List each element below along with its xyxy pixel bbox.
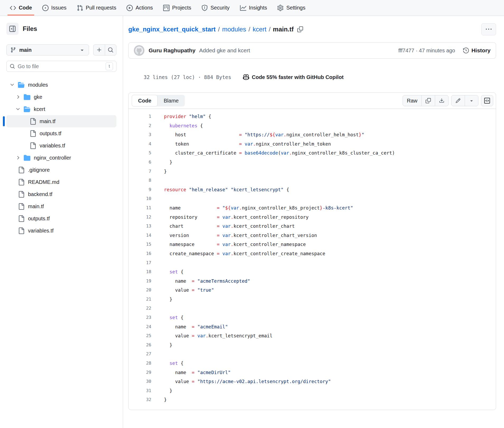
breadcrumb-dir-kcert[interactable]: kcert (253, 26, 266, 33)
line-number[interactable]: 23 (129, 313, 151, 322)
code-icon (10, 5, 16, 11)
tree-item-readme-md[interactable]: README.md (6, 176, 116, 188)
tree-item-variables-tf[interactable]: variables.tf (6, 225, 116, 237)
line-number[interactable]: 25 (129, 331, 151, 341)
code-line: 18 set { (129, 267, 496, 277)
nav-tab-pull-requests[interactable]: Pull requests (73, 0, 120, 16)
collapse-sidebar-button[interactable] (6, 23, 18, 35)
line-number[interactable]: 16 (129, 249, 151, 258)
nav-tab-actions[interactable]: Actions (123, 0, 157, 16)
line-number[interactable]: 9 (129, 185, 151, 194)
line-number[interactable]: 11 (129, 203, 151, 213)
line-number[interactable]: 31 (129, 386, 151, 396)
tree-item-variables-tf[interactable]: variables.tf (6, 139, 116, 152)
nav-tab-insights[interactable]: Insights (236, 0, 271, 16)
line-number[interactable]: 2 (129, 121, 151, 131)
line-number[interactable]: 21 (129, 295, 151, 304)
tree-item-main-tf[interactable]: main.tf (6, 115, 116, 127)
line-number[interactable]: 27 (129, 350, 151, 359)
tree-item-gke[interactable]: gke (6, 91, 116, 103)
line-number[interactable]: 8 (129, 176, 151, 185)
file-icon (18, 191, 25, 198)
more-options-button[interactable] (481, 23, 496, 35)
nav-tab-projects[interactable]: Projects (159, 0, 195, 16)
code-line-content: value = "https://acme-v02.api.letsencryp… (164, 377, 331, 386)
line-number[interactable]: 13 (129, 222, 151, 231)
branch-selector[interactable]: main (6, 44, 89, 55)
line-number[interactable]: 3 (129, 130, 151, 139)
line-number[interactable]: 12 (129, 213, 151, 222)
edit-file-button[interactable] (451, 95, 465, 106)
line-number[interactable]: 4 (129, 139, 151, 149)
line-number[interactable]: 6 (129, 158, 151, 167)
tree-item-gitignore[interactable]: .gitignore (6, 164, 116, 176)
breadcrumb-dir-modules[interactable]: modules (222, 26, 246, 33)
line-number[interactable]: 5 (129, 148, 151, 158)
breadcrumb-separator: / (269, 26, 271, 33)
line-number[interactable]: 7 (129, 167, 151, 176)
tree-item-nginx-controller[interactable]: nginx_controller (6, 152, 116, 164)
tree-item-outputs-tf[interactable]: outputs.tf (6, 212, 116, 225)
tree-item-label: outputs.tf (40, 131, 61, 137)
avatar[interactable] (134, 45, 144, 56)
symbols-panel-button[interactable] (481, 95, 493, 106)
commit-sha-and-time[interactable]: fff7477 · 47 minutes ago (398, 48, 455, 54)
tree-item-backend-tf[interactable]: backend.tf (6, 188, 116, 200)
line-number[interactable]: 32 (129, 395, 151, 404)
line-number[interactable]: 26 (129, 341, 151, 350)
line-number[interactable]: 30 (129, 377, 151, 386)
copy-raw-content-button[interactable] (421, 95, 435, 106)
nav-tab-issues[interactable]: Issues (38, 0, 70, 16)
line-number[interactable]: 29 (129, 368, 151, 377)
line-number[interactable]: 24 (129, 322, 151, 332)
tree-item-outputs-tf[interactable]: outputs.tf (6, 127, 116, 139)
pull-request-icon (77, 5, 83, 11)
download-raw-button[interactable] (435, 95, 448, 106)
nav-tab-code[interactable]: Code (6, 0, 36, 16)
nav-tab-label: Security (210, 5, 229, 11)
play-icon (126, 5, 133, 11)
copy-path-button[interactable] (297, 26, 303, 32)
new-file-button[interactable] (93, 45, 105, 55)
code-line: 7} (129, 167, 496, 176)
code-line-content: } (164, 167, 167, 176)
line-number[interactable]: 20 (129, 286, 151, 295)
raw-button[interactable]: Raw (403, 95, 421, 106)
tree-item-kcert[interactable]: kcert (6, 103, 116, 115)
line-number[interactable]: 18 (129, 267, 151, 277)
tree-item-modules[interactable]: modules (6, 79, 116, 91)
commit-author-link[interactable]: Guru Raghupathy (149, 47, 195, 54)
code-line: 27 (129, 350, 496, 359)
line-number[interactable]: 17 (129, 258, 151, 268)
tab-code[interactable]: Code (132, 95, 158, 106)
copilot-promo-link[interactable]: Code 55% faster with GitHub Copilot (243, 74, 344, 80)
tree-item-label: main.tf (28, 203, 44, 210)
line-number[interactable]: 28 (129, 359, 151, 368)
commit-message-link[interactable]: Added gke and kcert (199, 47, 250, 54)
breadcrumb-repo-link[interactable]: gke_nginx_kcert_quick_start (128, 26, 216, 33)
code-line-content: namespace = var.kcert_controller_namespa… (164, 240, 306, 249)
line-number[interactable]: 1 (129, 112, 151, 121)
go-to-file-input[interactable] (18, 63, 103, 69)
nav-tab-settings[interactable]: Settings (273, 0, 309, 16)
edit-dropdown-button[interactable] (465, 95, 478, 106)
line-number[interactable]: 22 (129, 304, 151, 313)
line-number[interactable]: 15 (129, 240, 151, 249)
code-viewer: 1provider "helm" {2 kubernetes {3 host =… (129, 109, 496, 410)
code-line-content: value = "true" (164, 286, 214, 295)
code-line: 9resource "helm_release" "kcert_letsencr… (129, 185, 496, 194)
nav-tab-security[interactable]: Security (197, 0, 233, 16)
search-this-repo-button[interactable] (105, 45, 116, 55)
code-line: 5 cluster_ca_certificate = base64decode(… (129, 148, 496, 158)
code-line: 11 name = "${var.nginx_controller_k8s_pr… (129, 203, 496, 213)
tree-item-main-tf[interactable]: main.tf (6, 200, 116, 212)
tab-blame[interactable]: Blame (158, 95, 185, 106)
line-number[interactable]: 19 (129, 277, 151, 286)
line-number[interactable]: 10 (129, 194, 151, 203)
code-line: 20 value = "true" (129, 286, 496, 295)
chevron-down-icon (79, 47, 85, 53)
folder-open-icon (18, 82, 25, 88)
line-number[interactable]: 14 (129, 231, 151, 240)
history-button[interactable]: History (463, 47, 491, 54)
tree-item-label: variables.tf (40, 143, 65, 149)
